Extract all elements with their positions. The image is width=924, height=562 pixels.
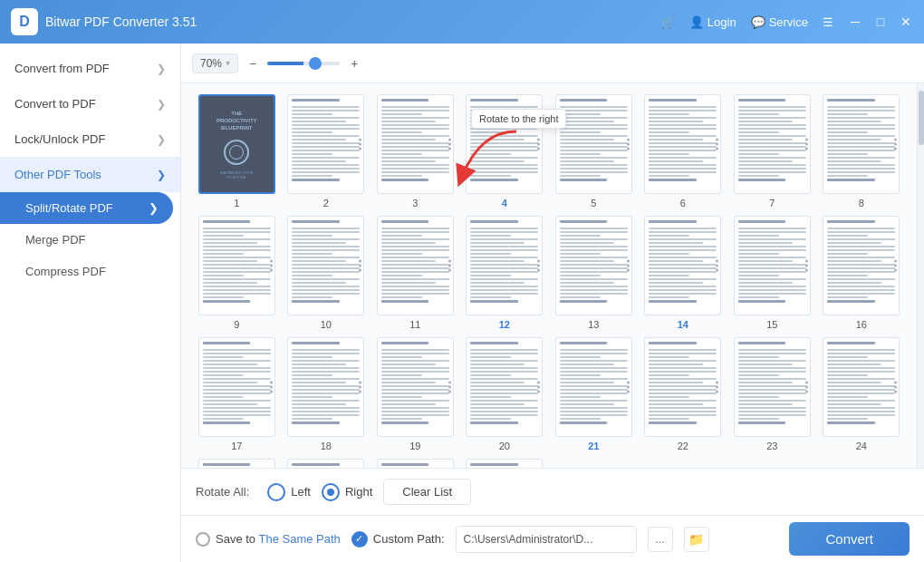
page-dots (805, 139, 808, 150)
page-thumbnail[interactable] (466, 216, 543, 315)
same-path-highlight: The Same Path (258, 532, 340, 546)
page-thumbnail[interactable] (734, 94, 811, 194)
page-thumbnail[interactable] (644, 216, 721, 315)
page-item[interactable]: 19 (374, 337, 457, 451)
scrollbar[interactable] (917, 83, 924, 468)
zoom-slider[interactable] (267, 62, 340, 65)
page-number: 2 (323, 198, 329, 208)
sidebar-item-lock-unlock[interactable]: Lock/Unlock PDF ❯ (0, 121, 180, 157)
page-item[interactable]: 18 (285, 337, 368, 451)
page-item[interactable]: 20 (464, 337, 546, 451)
page-item[interactable]: 16 (821, 216, 903, 330)
page-dots (627, 382, 630, 393)
page-item[interactable]: 10 (285, 216, 368, 330)
page-item[interactable]: THEPRODUCTIVITYBLUEPRINT MAXIMIZING YOUR… (196, 94, 278, 208)
page-item[interactable]: 7 (731, 94, 813, 208)
page-item[interactable]: 23 (731, 337, 813, 451)
page-item[interactable]: 21 (553, 337, 635, 451)
page-thumbnail[interactable] (466, 459, 543, 468)
page-number: 3 (412, 198, 418, 208)
page-thumbnail[interactable] (644, 337, 721, 437)
page-thumbnail[interactable] (644, 94, 721, 194)
service-button[interactable]: 💬 Service (751, 15, 808, 29)
app-title: Bitwar PDF Converter 3.51 (45, 15, 660, 29)
cart-button[interactable]: 🛒 (660, 15, 675, 29)
page-thumbnail[interactable] (823, 216, 900, 315)
zoom-in-button[interactable]: + (347, 56, 361, 71)
chevron-right-icon: ❯ (157, 169, 166, 181)
page-item[interactable]: 6 (642, 94, 725, 208)
page-thumbnail[interactable] (555, 216, 632, 315)
page-item[interactable]: 25 (196, 459, 278, 468)
rotate-right-option[interactable]: Right (322, 483, 372, 501)
page-thumbnail[interactable] (377, 459, 454, 468)
page-item[interactable]: 26 (285, 459, 368, 468)
tooltip: Rotate to the right (471, 109, 566, 129)
sidebar-item-other-tools[interactable]: Other PDF Tools ❯ (0, 157, 180, 192)
custom-path-input[interactable] (456, 526, 637, 553)
menu-button[interactable]: ☰ (823, 15, 833, 29)
page-item[interactable]: 24 (821, 337, 903, 451)
page-item[interactable]: 15 (731, 216, 813, 330)
page-item[interactable]: 28 (464, 459, 546, 468)
close-button[interactable]: ✕ (899, 15, 913, 29)
page-number: 1 (234, 198, 239, 208)
folder-button[interactable]: 📁 (684, 527, 709, 552)
zoom-out-button[interactable]: − (245, 56, 260, 71)
page-thumbnail[interactable] (198, 337, 275, 437)
page-thumbnail[interactable]: THEPRODUCTIVITYBLUEPRINT MAXIMIZING YOUR… (198, 94, 275, 194)
maximize-button[interactable]: □ (873, 15, 888, 29)
sidebar-item-convert-to[interactable]: Convert to PDF ❯ (0, 86, 180, 121)
scroll-thumb[interactable] (919, 91, 924, 145)
page-item[interactable]: 3 (374, 94, 457, 208)
page-item[interactable]: 11 (374, 216, 457, 330)
page-thumbnail[interactable] (377, 216, 454, 315)
page-item[interactable]: 8 (821, 94, 903, 208)
sidebar-item-split-rotate[interactable]: Split/Rotate PDF ❯ (0, 192, 173, 224)
page-item[interactable]: 17 (196, 337, 278, 451)
same-path-option[interactable]: Save to The Same Path (196, 532, 341, 547)
page-thumbnail[interactable] (734, 337, 811, 437)
page-thumbnail[interactable] (198, 216, 275, 315)
same-path-radio (196, 532, 210, 547)
page-dots (448, 260, 451, 272)
page-thumbnail[interactable] (823, 337, 900, 437)
page-number: 18 (321, 441, 332, 451)
page-dots (448, 139, 451, 150)
page-thumbnail[interactable] (377, 94, 454, 194)
page-item[interactable]: 13 (553, 216, 635, 330)
page-dots (270, 382, 273, 393)
page-item[interactable]: 12 (464, 216, 546, 330)
page-thumbnail[interactable] (555, 337, 632, 437)
page-thumbnail[interactable] (555, 94, 632, 194)
clear-list-button[interactable]: Clear List (383, 479, 471, 505)
page-thumbnail[interactable] (287, 459, 364, 468)
page-item[interactable]: 2 (285, 94, 368, 208)
page-item[interactable]: 14 (642, 216, 725, 330)
page-dots (537, 260, 540, 272)
page-item[interactable]: 9 (196, 216, 278, 330)
sidebar-item-merge-pdf[interactable]: Merge PDF (0, 224, 180, 256)
browse-button[interactable]: ... (648, 527, 673, 552)
minimize-button[interactable]: ─ (848, 15, 862, 29)
page-thumbnail[interactable] (823, 94, 900, 194)
page-item[interactable]: 22 (642, 337, 725, 451)
page-thumbnail[interactable] (377, 337, 454, 437)
page-thumbnail[interactable] (287, 337, 364, 437)
page-thumbnail[interactable] (466, 337, 543, 437)
tooltip-container: Rotate to the right (471, 109, 566, 129)
rotate-left-label: Left (291, 485, 311, 499)
radio-right-circle (322, 483, 340, 501)
convert-button[interactable]: Convert (789, 522, 910, 556)
page-item[interactable]: 27 (374, 459, 457, 468)
page-thumbnail[interactable] (734, 216, 811, 315)
login-button[interactable]: 👤 Login (689, 15, 736, 29)
page-thumbnail[interactable] (287, 216, 364, 315)
page-thumbnail[interactable] (198, 459, 275, 468)
titlebar-actions: 🛒 👤 Login 💬 Service ☰ (660, 15, 833, 29)
sidebar-item-convert-from[interactable]: Convert from PDF ❯ (0, 51, 180, 86)
rotate-left-option[interactable]: Left (267, 483, 311, 501)
page-dots (537, 139, 540, 150)
sidebar-item-compress-pdf[interactable]: Compress PDF (0, 256, 180, 287)
page-thumbnail[interactable] (287, 94, 364, 194)
